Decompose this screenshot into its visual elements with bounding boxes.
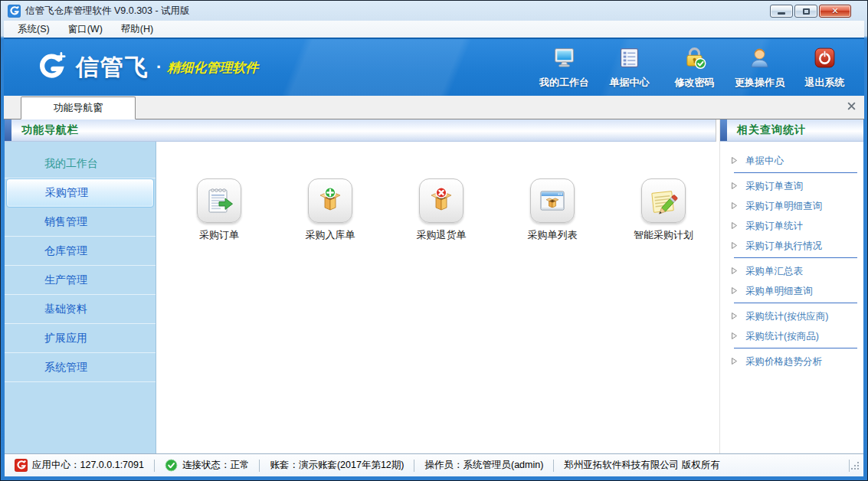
right-link-po-stats[interactable]: 采购订单统计 <box>720 216 863 236</box>
power-icon <box>812 45 837 74</box>
shortcut-purchase-order[interactable]: 采购订单 <box>173 178 265 242</box>
sidebar-item-my-workbench[interactable]: 我的工作台 <box>5 149 156 178</box>
toolbar-switch-operator[interactable]: 更换操作员 <box>728 44 791 91</box>
shortcut-purchase-inbound[interactable]: 采购入库单 <box>284 178 376 242</box>
right-panel-links: 单据中心 采购订单查询 采购订单明细查询 采购订单统计 采购订单执行情况 采购单… <box>720 142 863 453</box>
status-bar: 应用中心：127.0.0.1:7091 连接状态：正常 账套：演示账套(2017… <box>5 453 863 476</box>
header-accent-bar <box>5 119 11 141</box>
app-center-logo-icon <box>15 459 28 472</box>
sidebar-item-sales[interactable]: 销售管理 <box>5 208 156 237</box>
banner-toolbar: 我的工作台 单据中心 修改密码 更换操作员 <box>532 44 857 91</box>
right-link-purchase-detail-query[interactable]: 采购单明细查询 <box>720 281 863 301</box>
sidebar-item-basic-data[interactable]: 基础资料 <box>5 295 156 324</box>
menu-bar: 系统(S) 窗口(W) 帮助(H) <box>4 21 864 38</box>
left-panel-header: 功能导航栏 <box>5 119 716 142</box>
purchase-list-window-icon <box>530 178 575 223</box>
right-panel-header: 相关查询统计 <box>720 119 863 142</box>
right-link-price-trend[interactable]: 采购价格趋势分析 <box>720 352 863 371</box>
triangle-right-icon <box>731 309 738 323</box>
status-connection: 连接状态：正常 <box>155 459 260 472</box>
toolbar-label: 退出系统 <box>805 76 845 90</box>
menu-help[interactable]: 帮助(H) <box>113 21 161 38</box>
right-link-po-execution[interactable]: 采购订单执行情况 <box>720 236 863 256</box>
purchase-inbound-box-icon <box>308 178 352 223</box>
right-link-po-detail-query[interactable]: 采购订单明细查询 <box>720 196 863 216</box>
app-logo-icon <box>8 5 21 18</box>
group-separator <box>734 303 857 303</box>
toolbar-label: 我的工作台 <box>539 76 589 90</box>
right-link-stats-by-supplier[interactable]: 采购统计(按供应商) <box>720 306 863 326</box>
brand: 信管飞 · 精细化管理软件 <box>33 50 258 85</box>
status-operator: 操作员：系统管理员(admin) <box>414 459 553 472</box>
monitor-icon <box>552 45 577 74</box>
brand-name: 信管飞 <box>76 52 149 83</box>
left-panel-title: 功能导航栏 <box>21 123 79 137</box>
minimize-icon <box>778 12 785 15</box>
triangle-right-icon <box>731 284 738 298</box>
shortcut-label: 采购入库单 <box>306 228 355 242</box>
smart-plan-pencil-icon <box>641 178 686 223</box>
group-separator <box>734 172 857 173</box>
minimize-button[interactable] <box>770 5 793 18</box>
right-link-po-query[interactable]: 采购订单查询 <box>720 176 863 196</box>
triangle-right-icon <box>731 179 738 193</box>
close-button[interactable]: ✕ <box>819 5 851 18</box>
related-query-panel: 相关查询统计 单据中心 采购订单查询 采购订单明细查询 采购订单统计 采购订单执… <box>719 119 863 453</box>
triangle-right-icon <box>731 219 738 233</box>
menu-window[interactable]: 窗口(W) <box>61 21 110 38</box>
banner: 信管飞 · 精细化管理软件 我的工作台 单据中心 修改密码 <box>4 38 864 96</box>
document-list-icon <box>617 45 642 74</box>
triangle-right-icon <box>731 264 738 278</box>
menu-system[interactable]: 系统(S) <box>10 21 57 38</box>
triangle-right-icon <box>731 355 738 368</box>
lock-check-icon <box>682 45 707 74</box>
toolbar-change-password[interactable]: 修改密码 <box>663 44 726 91</box>
sidebar-item-extensions[interactable]: 扩展应用 <box>5 324 156 353</box>
triangle-right-icon <box>731 329 738 343</box>
triangle-right-icon <box>731 239 738 253</box>
toolbar-exit-system[interactable]: 退出系统 <box>793 44 857 91</box>
shortcut-area: 采购订单 采购入库单 采购退货单 <box>156 142 729 453</box>
tab-function-nav[interactable]: 功能导航窗 <box>21 97 136 119</box>
window-controls: ✕ <box>770 5 860 18</box>
right-panel-title: 相关查询统计 <box>737 123 806 137</box>
toolbar-label: 更换操作员 <box>735 76 784 90</box>
shortcut-label: 智能采购计划 <box>634 228 693 242</box>
toolbar-label: 修改密码 <box>675 76 715 90</box>
right-link-purchase-summary[interactable]: 采购单汇总表 <box>720 261 863 281</box>
right-link-document-center[interactable]: 单据中心 <box>720 151 863 171</box>
status-app-center: 应用中心：127.0.0.1:7091 <box>5 459 154 472</box>
resize-grip[interactable] <box>850 460 860 471</box>
brand-logo-icon <box>33 50 68 85</box>
shortcut-label: 采购单列表 <box>528 228 578 242</box>
content-area: 功能导航栏 我的工作台 采购管理 销售管理 仓库管理 生产管理 基础资料 扩展应… <box>5 119 863 453</box>
sidebar-item-purchase[interactable]: 采购管理 <box>6 178 154 208</box>
shortcut-smart-purchase-plan[interactable]: 智能采购计划 <box>617 178 709 242</box>
group-separator <box>734 257 857 258</box>
status-copyright: 郑州亚拓软件科技有限公司 版权所有 <box>554 459 729 472</box>
sidebar-item-production[interactable]: 生产管理 <box>5 266 156 295</box>
app-window: 信管飞仓库管理软件 V9.0.303 - 试用版 ✕ 系统(S) 窗口(W) 帮… <box>0 0 868 481</box>
tab-strip: 功能导航窗 <box>4 96 864 119</box>
purchase-return-box-icon <box>419 178 463 223</box>
function-nav-sidebar: 我的工作台 采购管理 销售管理 仓库管理 生产管理 基础资料 扩展应用 系统管理 <box>5 142 156 453</box>
close-icon: ✕ <box>831 7 838 15</box>
purchase-order-icon <box>197 178 241 223</box>
toolbar-label: 单据中心 <box>610 76 650 90</box>
shortcut-label: 采购订单 <box>199 228 239 242</box>
triangle-right-icon <box>731 154 738 168</box>
shortcut-purchase-list[interactable]: 采购单列表 <box>506 178 598 242</box>
maximize-button[interactable] <box>794 5 817 18</box>
sidebar-item-system[interactable]: 系统管理 <box>5 353 156 382</box>
shortcut-purchase-return[interactable]: 采购退货单 <box>395 178 487 242</box>
toolbar-my-workbench[interactable]: 我的工作台 <box>532 44 596 91</box>
sidebar-item-warehouse[interactable]: 仓库管理 <box>5 237 156 266</box>
maximize-icon <box>803 8 810 15</box>
brand-slogan: 精细化管理软件 <box>167 59 258 77</box>
toolbar-document-center[interactable]: 单据中心 <box>598 44 661 91</box>
status-account: 账套：演示账套(2017年第12期) <box>260 459 414 472</box>
right-link-stats-by-product[interactable]: 采购统计(按商品) <box>720 326 863 346</box>
tab-strip-close-icon[interactable] <box>847 101 857 111</box>
header-accent-bar <box>720 119 727 141</box>
window-title: 信管飞仓库管理软件 V9.0.303 - 试用版 <box>25 5 190 18</box>
